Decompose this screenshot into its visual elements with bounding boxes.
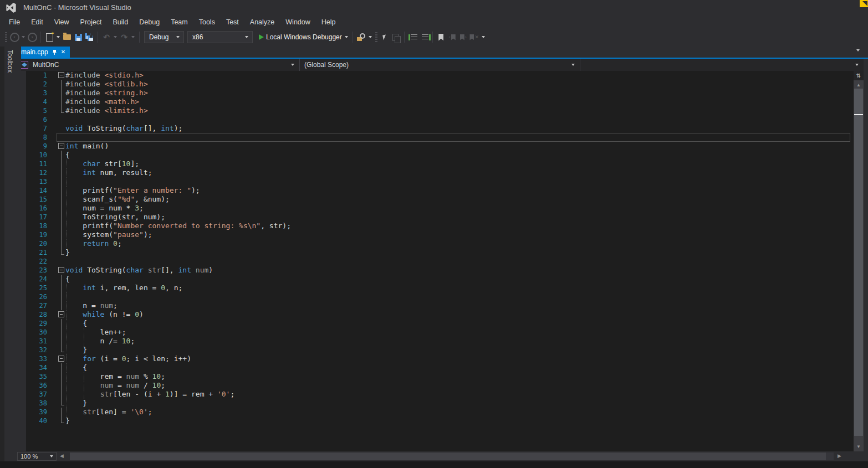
menu-help[interactable]: Help	[316, 17, 341, 28]
code-line-28[interactable]: 28 while (n != 0)	[26, 310, 854, 319]
project-dropdown[interactable]: MultOnC	[17, 59, 300, 71]
code-line-12[interactable]: 12 int num, result;	[26, 168, 854, 177]
redo-dropdown-icon[interactable]	[131, 36, 135, 38]
code-line-27[interactable]: 27 n = num;	[26, 301, 854, 310]
code-line-16[interactable]: 16 num = num * 3;	[26, 204, 854, 213]
menu-team[interactable]: Team	[165, 17, 193, 28]
code-line-5[interactable]: 5#include <limits.h>	[26, 106, 854, 115]
code-line-23[interactable]: 23void ToString(char str[], int num)	[26, 266, 854, 275]
code-line-18[interactable]: 18 printf("Number converted to string: %…	[26, 222, 854, 230]
start-debugging-icon[interactable]	[259, 34, 264, 40]
code-line-4[interactable]: 4#include <math.h>	[26, 97, 854, 106]
indicator-margin[interactable]	[17, 71, 26, 451]
code-line-34[interactable]: 34 {	[26, 363, 854, 372]
fold-toggle-icon[interactable]	[58, 71, 65, 80]
vertical-scrollbar-thumb[interactable]	[854, 89, 863, 436]
fold-toggle-icon[interactable]	[58, 310, 65, 319]
menu-debug[interactable]: Debug	[134, 17, 165, 28]
menu-view[interactable]: View	[49, 17, 75, 28]
code-line-19[interactable]: 19 system("pause");	[26, 230, 854, 239]
redo-button[interactable]: ↷	[119, 31, 130, 43]
code-line-26[interactable]: 26	[26, 292, 854, 301]
solution-platform-select[interactable]: x86	[187, 31, 253, 43]
fold-toggle-icon[interactable]	[58, 354, 65, 363]
menu-build[interactable]: Build	[107, 17, 134, 28]
comment-lines-button[interactable]	[407, 31, 418, 43]
code-line-10[interactable]: 10{	[26, 151, 854, 160]
scroll-down-icon[interactable]: ▼	[854, 443, 864, 450]
vertical-scrollbar[interactable]: ⇅ ▲ ▼	[854, 71, 864, 451]
fold-toggle-icon[interactable]	[58, 142, 65, 151]
find-in-files-button[interactable]	[356, 31, 367, 43]
code-line-20[interactable]: 20 return 0;	[26, 239, 854, 248]
close-icon[interactable]: ✕	[61, 49, 65, 55]
code-line-37[interactable]: 37 str[len - (i + 1)] = rem + '0';	[26, 390, 854, 399]
open-file-button[interactable]	[62, 31, 73, 43]
menu-project[interactable]: Project	[75, 17, 108, 28]
code-line-31[interactable]: 31 n /= 10;	[26, 337, 854, 346]
code-line-30[interactable]: 30 len++;	[26, 328, 854, 337]
solution-configuration-select[interactable]: Debug	[144, 31, 184, 43]
code-line-24[interactable]: 24{	[26, 275, 854, 284]
scroll-right-icon[interactable]: ▶	[838, 453, 841, 459]
pin-icon[interactable]	[52, 49, 57, 55]
code-editor[interactable]: 1#include <stdio.h>2#include <stdlib.h>3…	[17, 71, 854, 451]
code-line-21[interactable]: 21}	[26, 248, 854, 257]
code-line-1[interactable]: 1#include <stdio.h>	[26, 71, 854, 80]
find-in-files-dropdown-icon[interactable]	[369, 36, 372, 38]
code-line-15[interactable]: 15 scanf_s("%d", &num);	[26, 195, 854, 204]
previous-bookmark-button[interactable]: ‹	[447, 31, 458, 43]
menu-edit[interactable]: Edit	[25, 17, 49, 28]
code-line-8[interactable]: 8	[26, 133, 854, 142]
menu-tools[interactable]: Tools	[193, 17, 221, 28]
code-line-25[interactable]: 25 int i, rem, len = 0, n;	[26, 284, 854, 292]
undo-dropdown-icon[interactable]	[114, 36, 117, 38]
code-line-14[interactable]: 14 printf("Enter a number: ");	[26, 186, 854, 195]
toolbar-grip[interactable]	[375, 32, 377, 42]
code-line-29[interactable]: 29 {	[26, 319, 854, 328]
zoom-select[interactable]: 100 %	[17, 452, 57, 461]
menu-analyze[interactable]: Analyze	[244, 17, 280, 28]
navigate-forward-button[interactable]: ›	[27, 31, 38, 43]
tab-main-cpp[interactable]: main.cpp ✕	[17, 47, 70, 58]
code-line-39[interactable]: 39 str[len] = '\0';	[26, 408, 854, 416]
scope-dropdown[interactable]: (Global Scope)	[300, 59, 580, 71]
code-line-35[interactable]: 35 rem = num % 10;	[26, 372, 854, 381]
member-list-button[interactable]	[379, 31, 390, 43]
code-line-32[interactable]: 32 }	[26, 346, 854, 354]
code-line-7[interactable]: 7void ToString(char[], int);	[26, 124, 854, 133]
start-debugging-dropdown-icon[interactable]	[345, 36, 348, 38]
menu-test[interactable]: Test	[221, 17, 244, 28]
splitter-handle-icon[interactable]: ⇅	[854, 71, 864, 80]
scroll-up-icon[interactable]: ▲	[854, 81, 864, 89]
uncomment-lines-button[interactable]	[418, 31, 430, 43]
next-bookmark-button[interactable]: ›	[458, 31, 469, 43]
clear-bookmarks-button[interactable]: ✕	[469, 31, 480, 43]
code-line-33[interactable]: 33 for (i = 0; i < len; i++)	[26, 354, 854, 363]
code-line-38[interactable]: 38 }	[26, 399, 854, 408]
toggle-bookmark-button[interactable]	[436, 31, 447, 43]
parameter-info-button[interactable]	[390, 31, 401, 43]
code-line-40[interactable]: 40}	[26, 416, 854, 425]
start-debugging-button[interactable]: Local Windows Debugger	[266, 33, 342, 41]
code-line-6[interactable]: 6	[26, 115, 854, 124]
code-line-36[interactable]: 36 num = num / 10;	[26, 381, 854, 390]
fold-toggle-icon[interactable]	[58, 266, 65, 275]
toolbar-options-dropdown-icon[interactable]	[482, 36, 485, 38]
member-dropdown[interactable]	[580, 59, 864, 71]
new-item-dropdown-icon[interactable]	[57, 36, 60, 38]
save-button[interactable]	[73, 31, 84, 43]
code-line-17[interactable]: 17 ToString(str, num);	[26, 213, 854, 222]
code-line-11[interactable]: 11 char str[10];	[26, 160, 854, 168]
menu-window[interactable]: Window	[280, 17, 315, 28]
navigate-backward-dropdown-icon[interactable]	[22, 36, 25, 38]
document-list-dropdown-icon[interactable]	[856, 49, 860, 52]
save-all-button[interactable]	[84, 31, 95, 43]
notification-icon[interactable]	[860, 0, 868, 7]
toolbar-grip[interactable]	[5, 32, 7, 42]
navigate-backward-button[interactable]: ‹	[9, 31, 20, 43]
horizontal-scrollbar-thumb[interactable]	[70, 452, 826, 460]
code-line-13[interactable]: 13	[26, 177, 854, 186]
new-item-button[interactable]	[44, 31, 55, 43]
code-line-9[interactable]: 9int main()	[26, 142, 854, 151]
